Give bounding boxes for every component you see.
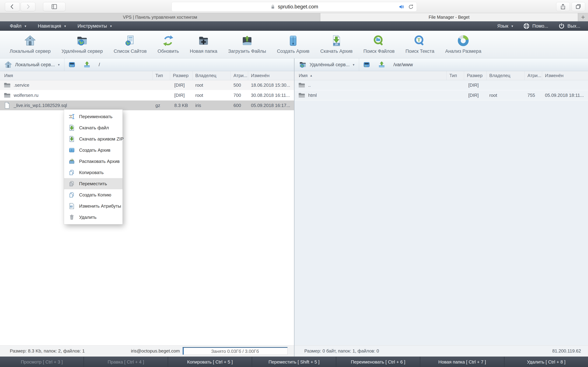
toolbar-download-archive[interactable]: ZIPСкачать Архив (316, 35, 357, 54)
quota-label: Занято 0.03Гб / 3.00Гб (183, 349, 287, 354)
bottom-action-5[interactable]: Переименовать [ Ctrl + 6 ] (336, 357, 420, 367)
left-go-up-button[interactable] (79, 58, 95, 71)
context-menu-item-create-copy[interactable]: Создать Копию (64, 189, 122, 200)
menu-navigation[interactable]: Навигация ▾ (38, 23, 66, 29)
column-header-name[interactable]: Имя (0, 71, 153, 80)
toolbar-site-list[interactable]: Список Сайтов (109, 35, 151, 54)
toolbar-remote-server[interactable]: Удалённый сервер (57, 35, 107, 54)
share-button[interactable] (556, 2, 570, 11)
file-row[interactable]: _live.iris_wp1.1082529.sqlgz8.3 KBiris60… (0, 100, 294, 111)
svg-text:ZIP: ZIP (335, 43, 338, 46)
column-header-type[interactable]: Тип (153, 71, 170, 80)
cell-attrs: 700 (231, 90, 248, 100)
context-menu-item-download-zip[interactable]: Скачать архивом ZIP (64, 133, 122, 144)
context-menu-label: Скачать файл (79, 125, 109, 131)
menu-language[interactable]: Язык ▾ (497, 23, 513, 29)
chevron-down-icon: ▾ (353, 63, 355, 67)
file-row[interactable]: .service[DIR]root50018.06.2018 15:30... (0, 80, 294, 90)
toolbar-create-archive[interactable]: Создать Архив (272, 35, 314, 54)
bottom-action-4[interactable]: Переместить [ Shift + 5 ] (252, 357, 336, 367)
cell-modified: 18.06.2018 15:30... (248, 80, 294, 90)
cell-owner: root (192, 80, 231, 90)
context-menu-item-download-file[interactable]: Скачать файл (64, 122, 122, 133)
context-menu-item-extract-archive[interactable]: Распаковать Архив (64, 156, 122, 167)
context-menu-item-rename[interactable]: Переименовать (64, 111, 122, 122)
column-header-size[interactable]: Размер (170, 71, 192, 80)
tab-vps-panel[interactable]: VPS | Панель управления хостингом (0, 13, 320, 21)
search-files-icon (373, 35, 385, 47)
menu-label: Язык (497, 23, 508, 29)
file-row[interactable]: html[DIR]root75505.09.2018 18:11... (294, 90, 588, 100)
left-status-summary: Размер: 8.3 Kb, папок: 2, файлов: 1 (10, 348, 85, 354)
sidebar-toggle-button[interactable] (43, 2, 65, 11)
right-status-summary: Размер: 0 байт, папок: 1, файлов: 0 (304, 348, 379, 354)
remote-server-icon (76, 35, 88, 47)
cell-attrs: 500 (231, 80, 248, 90)
right-go-up-button[interactable] (374, 58, 389, 71)
menu-exit[interactable]: Вых... (558, 23, 580, 29)
context-menu-label: Удалить (79, 215, 96, 220)
back-button[interactable] (5, 2, 20, 11)
column-header-modified[interactable]: Изменён (542, 71, 588, 80)
column-header-owner[interactable]: Владелец (486, 71, 525, 80)
context-menu-item-delete[interactable]: Удалить (64, 212, 122, 223)
file-row[interactable]: wolfersen.ru[DIR]root70030.08.2018 16:11… (0, 90, 294, 100)
local-server-icon (5, 61, 12, 68)
column-header-attrs[interactable]: Атри... (525, 71, 542, 80)
file-row[interactable]: ..[DIR] (294, 80, 588, 90)
server-ip: 81.200.119.62 (552, 348, 581, 354)
cell-modified (542, 80, 588, 90)
left-server-select[interactable]: Локальный серв... ▾ (0, 58, 64, 71)
url-text: sprutio.beget.com (278, 4, 318, 10)
toolbar-label: Обновить (157, 49, 179, 54)
context-menu-item-copy[interactable]: Копировать (64, 167, 122, 178)
toolbar-size-analysis[interactable]: Анализ Размера (441, 35, 486, 54)
left-disk-button[interactable] (64, 58, 79, 71)
column-header-type[interactable]: Тип (447, 71, 464, 80)
copy-icon (69, 169, 75, 176)
context-menu-label: Копировать (79, 170, 104, 175)
archive-small-icon (69, 147, 75, 153)
right-server-select[interactable]: Удалённый серв... ▾ (294, 58, 359, 71)
new-folder-icon (198, 35, 209, 47)
menu-tools[interactable]: Инструменты ▾ (78, 23, 112, 29)
sort-asc-icon: ▲ (310, 74, 313, 77)
context-menu-item-move[interactable]: Переместить (64, 178, 122, 189)
cell-type: gz (153, 100, 170, 110)
reload-icon[interactable] (408, 4, 414, 10)
right-disk-button[interactable] (359, 58, 374, 71)
audio-icon[interactable] (398, 4, 404, 10)
bottom-action-7[interactable]: Удалить [ Ctrl + 8 ] (504, 357, 588, 367)
account-label: iris@octopus.beget.com (131, 348, 180, 354)
toolbar-local-server[interactable]: Локальный сервер (5, 35, 55, 54)
left-path: / (99, 62, 100, 67)
context-menu-item-create-archive[interactable]: Создать Архив (64, 144, 122, 156)
column-header-size[interactable]: Размер (464, 71, 486, 80)
address-bar[interactable]: sprutio.beget.com (172, 2, 417, 12)
bottom-action-3[interactable]: Копировать [ Ctrl + 5 ] (168, 357, 252, 367)
tabs-overview-button[interactable] (571, 2, 585, 11)
toolbar-search-text[interactable]: TПоиск Текста (401, 35, 439, 54)
toolbar-search-files[interactable]: Поиск Файлов (359, 35, 399, 54)
menu-file[interactable]: Файл ▾ (10, 23, 26, 29)
left-status-bar: Размер: 8.3 Kb, папок: 2, файлов: 1 iris… (0, 345, 294, 357)
harddrive-icon (363, 61, 370, 68)
server-label: Локальный серв... (15, 62, 55, 67)
column-header-attrs[interactable]: Атри... (231, 71, 248, 80)
cell-owner (486, 80, 525, 90)
context-menu-item-edit-attributes[interactable]: 755Изменить Атрибуты (64, 200, 122, 212)
go-up-icon (83, 61, 91, 68)
toolbar-refresh[interactable]: Обновить (153, 35, 184, 54)
context-menu-label: Переместить (79, 181, 107, 186)
file-name: html (308, 93, 317, 98)
bottom-action-6[interactable]: Новая папка [ Ctrl + 7 ] (420, 357, 504, 367)
new-tab-button[interactable]: + (578, 13, 588, 21)
toolbar-new-folder[interactable]: Новая папка (185, 35, 222, 54)
column-header-modified[interactable]: Изменён (248, 71, 294, 80)
column-header-name[interactable]: Имя▲ (294, 71, 447, 80)
tab-file-manager[interactable]: File Manager - Beget (320, 13, 578, 21)
toolbar-upload-files[interactable]: Загрузить Файлы (224, 35, 271, 54)
context-menu-label: Создать Архив (79, 148, 110, 153)
column-header-owner[interactable]: Владелец (192, 71, 231, 80)
menu-help[interactable]: Помо... (523, 23, 548, 29)
